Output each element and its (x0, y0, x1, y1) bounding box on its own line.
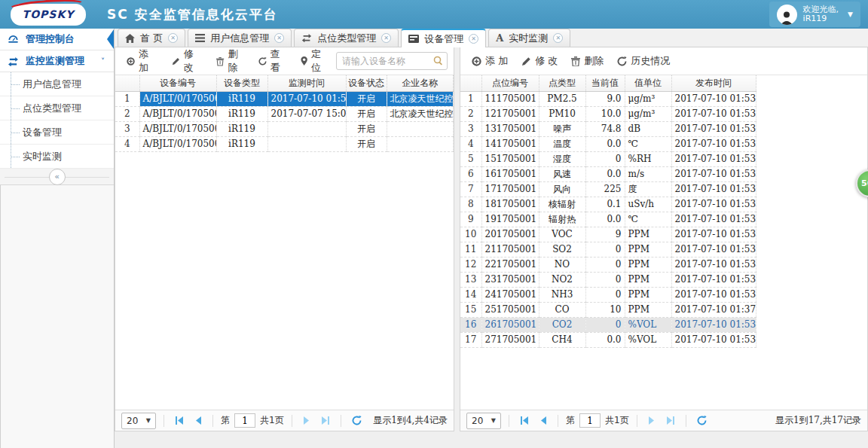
sidebar-item-realtime[interactable]: 实时监测 (0, 145, 114, 169)
point-id-cell: 151705001 (481, 151, 539, 166)
divider (686, 415, 686, 427)
tab-realtime[interactable]: A 实时监测 ✕ (488, 29, 570, 47)
tab-user-info[interactable]: 用户信息管理 ✕ (188, 29, 292, 47)
table-row[interactable]: 2 121705001 PM10 10.0 μg/m³ 2017-07-10 0… (460, 106, 756, 121)
page-size-select[interactable]: 20 ▼ (121, 413, 156, 429)
unit-cell: %VOL (625, 317, 671, 332)
column-header[interactable]: 当前值 (585, 75, 625, 91)
last-page-button[interactable] (662, 416, 678, 425)
table-row[interactable]: 7 171705001 风向 225 度 2017-07-10 01:53:21 (460, 181, 756, 197)
table-row[interactable]: 3 131705001 噪声 74.8 dB 2017-07-10 01:53:… (460, 121, 756, 136)
table-row[interactable]: 1 A/BJLT/0/1705001 iR119 2017-07-10 01:5… (115, 91, 454, 106)
search-icon[interactable] (433, 56, 444, 66)
column-header[interactable]: 点位编号 (481, 75, 539, 91)
user-menu[interactable]: 欢迎光临, iR119 ▼ (769, 2, 860, 27)
column-header[interactable]: 监测时间 (267, 75, 346, 91)
current-value-cell: 0 (585, 272, 625, 287)
point-type-cell: PM2.5 (539, 91, 585, 106)
table-row[interactable]: 8 181705001 核辐射 0.1 uSv/h 2017-07-10 01:… (460, 197, 756, 212)
table-row[interactable]: 11 211705001 SO2 0 PPM 2017-07-10 01:53:… (460, 242, 756, 257)
point-id-cell: 271705001 (481, 332, 539, 347)
table-row[interactable]: 4 A/BJLT/0/1705004 iR119 开启 (115, 136, 454, 151)
divider (292, 415, 292, 427)
reload-button[interactable] (694, 416, 710, 425)
page-total: 共1页 (260, 414, 284, 427)
tab-home[interactable]: 首 页 ✕ (118, 29, 185, 47)
first-page-button[interactable] (172, 416, 188, 425)
edit-button[interactable]: 修 改 (516, 51, 563, 71)
add-button[interactable]: 添 加 (121, 44, 164, 78)
sidebar-item-device-mgmt[interactable]: 设备管理 (0, 120, 114, 145)
sidebar: 管理控制台 监控监测管理 ˅ 用户信息管理 点位类型管理 设备管理 实时监测 « (0, 29, 115, 448)
column-header[interactable]: 点类型 (539, 75, 585, 91)
sidebar-item-user-info[interactable]: 用户信息管理 (0, 72, 114, 96)
table-row[interactable]: 4 141705001 温度 0.0 ℃ 2017-07-10 01:53:22 (460, 136, 756, 151)
sidebar-item-console[interactable]: 管理控制台 (0, 29, 114, 50)
username: iR119 (803, 14, 839, 23)
table-row[interactable]: 14 241705001 NH3 0 PPM 2017-07-10 01:53:… (460, 287, 756, 302)
column-header[interactable]: 企业名称 (387, 75, 454, 91)
publish-time-cell: 2017-07-10 01:53:21 (671, 257, 756, 272)
table-row[interactable]: 9 191705001 辐射热 0.0 ℃ 2017-07-10 01:53:2… (460, 212, 756, 227)
unit-cell: μg/m³ (625, 106, 671, 121)
tab-point-type[interactable]: 点位类型管理 ✕ (294, 29, 399, 47)
table-row[interactable]: 5 151705001 湿度 0 %RH 2017-07-10 01:53:22 (460, 151, 756, 166)
table-row[interactable]: 2 A/BJLT/0/1705002 iR119 2017-07-07 15:0… (115, 106, 454, 121)
tab-device-mgmt[interactable]: 设备管理 ✕ (401, 29, 486, 47)
search-input[interactable] (336, 52, 448, 70)
row-number: 3 (115, 121, 139, 136)
first-page-button[interactable] (517, 416, 533, 425)
column-header[interactable]: 值单位 (625, 75, 671, 91)
view-button[interactable]: 查看 (253, 44, 292, 78)
edit-button[interactable]: 修 改 (167, 44, 209, 78)
column-header[interactable]: 设备状态 (346, 75, 387, 91)
delete-button[interactable]: 删除 (211, 44, 249, 78)
point-id-cell: 121705001 (481, 106, 539, 121)
page-size-select[interactable]: 20 ▼ (466, 413, 501, 429)
table-row[interactable]: 16 261705001 CO2 0 %VOL 2017-07-10 01:53… (460, 317, 756, 332)
page-number-input[interactable] (579, 413, 601, 428)
next-page-button[interactable] (300, 416, 313, 425)
point-type-cell: SO2 (539, 242, 585, 257)
reload-button[interactable] (349, 416, 365, 425)
close-icon[interactable]: ✕ (168, 33, 178, 43)
add-button[interactable]: 添 加 (466, 51, 513, 71)
column-header[interactable]: 设备编号 (139, 75, 216, 91)
table-row[interactable]: 3 A/BJLT/0/1705003 iR119 开启 (115, 121, 454, 136)
point-id-cell: 131705001 (481, 121, 539, 136)
point-type-cell: CO (539, 302, 585, 317)
next-page-button[interactable] (645, 416, 658, 425)
table-row[interactable]: 17 271705001 CH4 0.0 %VOL 2017-07-10 01:… (460, 332, 756, 347)
sidebar-group-monitoring[interactable]: 监控监测管理 ˅ (0, 50, 114, 72)
close-icon[interactable]: ✕ (381, 33, 391, 43)
row-number: 9 (460, 212, 481, 227)
prev-page-button[interactable] (192, 416, 205, 425)
table-row[interactable]: 1 111705001 PM2.5 9.0 μg/m³ 2017-07-10 0… (460, 91, 756, 106)
table-row[interactable]: 6 161705001 风速 0.0 m/s 2017-07-10 01:53:… (460, 166, 756, 181)
delete-button[interactable]: 删除 (566, 51, 609, 71)
close-icon[interactable]: ✕ (274, 33, 284, 43)
close-icon[interactable]: ✕ (469, 34, 478, 44)
table-row[interactable]: 15 251705001 CO 10 PPM 2017-07-10 01:37:… (460, 302, 756, 317)
device-id-cell: A/BJLT/0/1705004 (139, 136, 216, 151)
divider (558, 415, 558, 427)
column-header[interactable]: 设备类型 (216, 75, 267, 91)
last-page-button[interactable] (317, 416, 333, 425)
table-row[interactable]: 13 231705001 NO2 0 PPM 2017-07-10 01:53:… (460, 272, 756, 287)
row-number: 11 (460, 242, 481, 257)
collapse-sidebar-button[interactable]: « (49, 169, 66, 185)
history-button[interactable]: 历史情况 (612, 51, 675, 71)
chevron-down-icon[interactable]: ▼ (848, 11, 853, 18)
close-icon[interactable]: ✕ (553, 33, 563, 43)
table-row[interactable]: 12 221705001 NO 0 PPM 2017-07-10 01:53:2… (460, 257, 756, 272)
refresh-icon (258, 56, 267, 66)
unit-cell: %VOL (625, 332, 671, 347)
prev-page-button[interactable] (537, 416, 550, 425)
point-type-cell: CO2 (539, 317, 585, 332)
row-number: 16 (460, 317, 481, 332)
sidebar-item-point-type[interactable]: 点位类型管理 (0, 96, 114, 120)
column-header[interactable]: 发布时间 (671, 75, 756, 91)
table-row[interactable]: 10 201705001 VOC 9 PPM 2017-07-10 01:53:… (460, 227, 756, 242)
locate-button[interactable]: 定位 (295, 44, 333, 78)
page-number-input[interactable] (234, 413, 255, 428)
